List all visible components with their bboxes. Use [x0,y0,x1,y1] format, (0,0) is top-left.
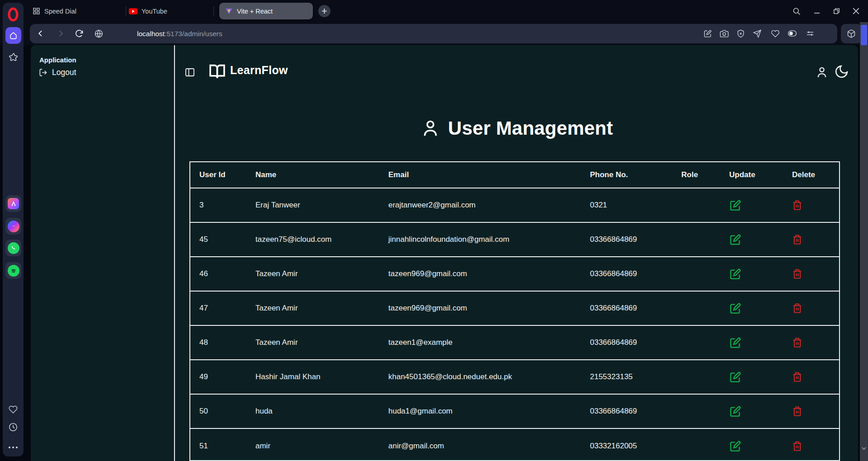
profile-button[interactable] [815,65,829,80]
cell-id: 3 [190,188,246,222]
new-tab-button[interactable] [318,5,330,17]
cell-delete [783,257,839,291]
cell-role [672,326,720,359]
cell-phone: 03366864869 [581,326,672,359]
logout-button[interactable]: Logout [39,68,76,77]
aria-ai-button[interactable] [5,195,21,212]
table-row: 47Tazeen Amirtazeen969@gmail.com03366864… [190,292,839,326]
cell-id: 45 [190,223,246,256]
delete-user-button[interactable] [792,234,802,245]
favorites-button[interactable] [771,29,780,38]
restore-button[interactable] [828,0,845,22]
table-header-row: User IdNameEmailPhone No.RoleUpdateDelet… [190,162,839,188]
cell-name: Tazeen Amir [246,292,379,325]
column-header: User Id [190,162,246,188]
messenger-icon [8,221,19,232]
favorites-rail-button[interactable] [5,405,21,414]
rail-more-button[interactable] [5,447,21,448]
chrome-search-button[interactable] [788,0,805,22]
edit-page-button[interactable] [703,29,712,38]
update-user-button[interactable] [729,234,741,246]
opera-menu-button[interactable] [5,7,21,22]
extensions-panel-button[interactable] [841,24,862,43]
panel-toggle-icon [788,29,797,38]
update-user-button[interactable] [729,371,741,383]
column-header: Delete [783,162,839,188]
column-header: Name [246,162,379,188]
delete-user-button[interactable] [792,302,802,314]
snapshot-button[interactable] [720,29,729,38]
cell-delete [783,395,839,428]
table-row: 51amiranir@gmail.com03332162005 [190,429,839,461]
delete-user-button[interactable] [792,371,802,383]
cell-phone: 0321 [581,188,672,222]
update-user-button[interactable] [729,440,741,452]
back-button[interactable] [36,29,45,38]
scrollbar-down-button[interactable] [861,446,867,451]
bookmarks-button[interactable] [5,52,21,63]
cell-role [672,257,720,291]
cell-id: 49 [190,360,246,394]
url-text[interactable]: localhost:5173/admin/users [137,24,222,43]
cell-name: Tazeen Amir [246,326,379,359]
forward-button[interactable] [56,29,65,38]
cell-id: 47 [190,292,246,325]
whatsapp-button[interactable] [5,240,21,256]
delete-user-button[interactable] [792,405,802,417]
cell-role [672,429,720,461]
theme-toggle-button[interactable] [834,64,849,79]
update-user-button[interactable] [729,302,741,315]
adblock-button[interactable] [736,29,745,38]
app-main: LearnFlow User Management User IdNameEma… [175,45,858,461]
edit-icon [729,234,741,246]
start-page-button[interactable] [5,27,21,44]
star-icon [8,52,19,63]
reload-button[interactable] [75,29,84,38]
tab-label: YouTube [142,8,167,15]
logout-label: Logout [52,68,76,77]
tab-speed-dial[interactable]: Speed Dial [33,0,76,22]
url-host: localhost [137,30,165,38]
delete-user-button[interactable] [792,337,802,348]
delete-user-button[interactable] [792,268,802,280]
close-button[interactable] [847,0,864,22]
search-icon [792,7,801,16]
tab-vite-react-active[interactable]: Vite + React [219,3,313,19]
chevron-down-icon [861,446,867,451]
url-bar[interactable]: localhost:5173/admin/users [30,24,837,43]
cell-role [672,188,720,222]
page-content: Application Logout LearnFlow [31,45,858,461]
my-flow-button[interactable] [753,29,762,38]
site-info-button[interactable] [94,29,104,38]
cell-update [720,360,783,394]
column-header: Update [720,162,783,188]
update-user-button[interactable] [729,268,741,280]
minimize-button[interactable] [808,0,826,22]
reader-toggle-button[interactable] [788,29,797,38]
update-user-button[interactable] [729,337,741,349]
update-user-button[interactable] [729,199,741,212]
tab-youtube[interactable]: YouTube [129,0,167,22]
opera-side-rail [3,3,24,456]
messenger-button[interactable] [5,218,21,235]
delete-user-button[interactable] [792,199,802,211]
cell-name: huda [246,395,379,428]
heart-icon [771,29,780,38]
trash-icon [792,199,802,211]
cell-id: 51 [190,429,246,461]
trash-icon [792,302,802,314]
user-icon [815,65,829,80]
user-management-icon [420,118,441,139]
scrollbar-thumb[interactable] [861,25,867,45]
cube-icon [847,29,856,38]
edit-icon [729,440,741,452]
edit-icon [729,405,741,418]
easy-setup-button[interactable] [806,29,815,38]
spotify-button[interactable] [5,262,21,279]
sidebar-toggle-button[interactable] [184,67,195,78]
app-sidebar: Application Logout [31,45,174,461]
history-button[interactable] [5,422,21,432]
update-user-button[interactable] [729,405,741,418]
delete-user-button[interactable] [792,440,802,452]
page-scrollbar[interactable] [860,22,868,461]
